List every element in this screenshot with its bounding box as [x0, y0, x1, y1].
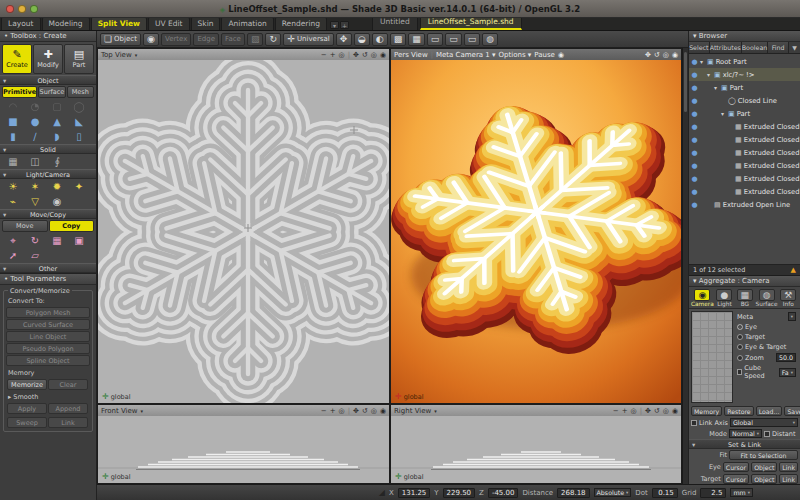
- tree-row-extruded-closed[interactable]: ●▦Extruded Closed: [689, 159, 800, 172]
- browser-header[interactable]: ▾ Browser: [689, 31, 800, 42]
- workspace-tab-modeling[interactable]: Modeling: [42, 17, 90, 30]
- browser-tab-select[interactable]: Select: [689, 42, 710, 53]
- viewport-scrollbar[interactable]: [682, 48, 688, 484]
- shear-icon[interactable]: ▱: [24, 248, 46, 263]
- tree-row-closed-line[interactable]: ●◯Closed Line: [689, 94, 800, 107]
- cube-icon[interactable]: ■: [2, 114, 24, 129]
- move-copy-tab-copy[interactable]: Copy: [49, 220, 95, 232]
- x-value[interactable]: 131.25: [398, 488, 431, 498]
- section-light-camera[interactable]: ▾Light/Camera: [0, 169, 96, 179]
- tube-icon[interactable]: ▯: [68, 129, 90, 144]
- filter-icon[interactable]: ▼: [789, 42, 800, 53]
- eye-cursor-button[interactable]: Cursor: [723, 462, 749, 472]
- eye-object-button[interactable]: Object: [751, 462, 777, 472]
- workspace-tab-skin[interactable]: Skin: [191, 17, 221, 30]
- mode-button-modify[interactable]: ✚Modify: [33, 44, 63, 74]
- visibility-toggle-icon[interactable]: ●: [689, 84, 700, 92]
- shade-sphere-button[interactable]: ◒: [354, 33, 370, 46]
- pers-view-label[interactable]: Pers View: [394, 51, 428, 59]
- zoom-in-icon[interactable]: +: [622, 407, 628, 415]
- scrollbar-handle[interactable]: [684, 52, 687, 112]
- workspace-tab-layout[interactable]: Layout: [1, 17, 41, 30]
- workspace-menu-icon[interactable]: ▾: [330, 21, 339, 29]
- visibility-toggle-icon[interactable]: ●: [689, 110, 700, 118]
- visibility-toggle-icon[interactable]: ●: [689, 201, 700, 209]
- object-tab-mesh[interactable]: Mesh: [67, 86, 94, 98]
- mode-button-create[interactable]: ✎Create: [2, 44, 32, 74]
- stack-icon[interactable]: ▣: [68, 233, 90, 248]
- radio-target[interactable]: [737, 334, 743, 340]
- expand-arrow-icon[interactable]: ▾: [707, 71, 714, 78]
- expand-arrow-icon[interactable]: ▾: [714, 84, 721, 91]
- tree-row-extruded-closed[interactable]: ●▦Extruded Closed: [689, 172, 800, 185]
- cylinder-icon[interactable]: ▮: [2, 129, 24, 144]
- floor-light-icon[interactable]: ⌁: [2, 194, 24, 209]
- visibility-toggle-icon[interactable]: ●: [689, 123, 700, 131]
- mirror-icon[interactable]: ➚: [2, 248, 24, 263]
- pers-camera-select[interactable]: Meta Camera 1 ▾: [436, 51, 496, 59]
- right-view-label[interactable]: Right View: [394, 407, 431, 415]
- dot-value[interactable]: 0.15: [652, 488, 678, 498]
- aggregate-tab-surface[interactable]: ◍Surface: [756, 289, 778, 307]
- aggregate-tab-camera[interactable]: ◉Camera: [691, 289, 714, 307]
- set-link-section[interactable]: ▾Set & Link: [689, 439, 800, 449]
- link-axis-checkbox[interactable]: [691, 420, 697, 426]
- visibility-toggle-icon[interactable]: ●: [689, 149, 700, 157]
- view-menu-icon[interactable]: ▾: [141, 408, 144, 414]
- coordinate-mode-dropdown[interactable]: Absolute▾: [594, 488, 632, 497]
- zoom-tool-icon[interactable]: ◎: [663, 407, 669, 415]
- view-menu-icon[interactable]: ▾: [135, 52, 138, 58]
- pan-icon[interactable]: ✥: [353, 51, 359, 59]
- grid-value[interactable]: 2.5: [700, 488, 726, 498]
- object-tab-surface[interactable]: Surface: [38, 86, 65, 98]
- view-layout-c-button[interactable]: ▭: [464, 33, 481, 46]
- pan-icon[interactable]: ✥: [645, 407, 651, 415]
- camera-view-icon[interactable]: ◉: [672, 51, 678, 59]
- expand-arrow-icon[interactable]: ▾: [700, 58, 707, 65]
- tree-row-extruded-closed[interactable]: ●▦Extruded Closed: [689, 185, 800, 198]
- camera-view-icon[interactable]: ◉: [380, 407, 386, 415]
- magnify-icon[interactable]: ◎: [339, 51, 345, 59]
- magnify-icon[interactable]: ◎: [631, 407, 637, 415]
- visibility-toggle-icon[interactable]: ●: [689, 58, 700, 66]
- pers-pause-button[interactable]: Pause: [534, 51, 555, 59]
- section-move-copy[interactable]: ▾Move/Copy: [0, 209, 96, 219]
- browser-tab-boolean[interactable]: Boolean: [742, 42, 769, 53]
- zoom-value-field[interactable]: 50.0: [776, 353, 796, 362]
- expand-arrow-icon[interactable]: ▾: [721, 110, 728, 117]
- tree-row-extruded-open-line[interactable]: ●▤Extruded Open Line: [689, 198, 800, 211]
- move-copy-tab-move[interactable]: Move: [2, 220, 48, 232]
- render-camera-button[interactable]: ◉: [143, 33, 159, 46]
- workspace-tab-rendering[interactable]: Rendering: [275, 17, 327, 30]
- tree-row-part[interactable]: ●▾▣Part: [689, 107, 800, 120]
- magnify-icon[interactable]: ◎: [339, 407, 345, 415]
- camera-view-icon[interactable]: ◉: [672, 407, 678, 415]
- target-link-button[interactable]: Link: [779, 474, 798, 484]
- aggregate-tab-bg[interactable]: ▦BG: [735, 289, 754, 307]
- pose-tool-button[interactable]: ✥: [336, 33, 352, 46]
- view-layout-b-button[interactable]: ▭: [445, 33, 462, 46]
- zoom-in-icon[interactable]: +: [330, 51, 336, 59]
- object-tab-primitive[interactable]: Primitive: [2, 86, 37, 98]
- disc-icon[interactable]: ◗: [46, 129, 68, 144]
- zoom-tool-icon[interactable]: ◎: [371, 51, 377, 59]
- target-cursor-button[interactable]: Cursor: [723, 474, 749, 484]
- tool-parameters-header[interactable]: • Tool Parameters: [0, 274, 96, 285]
- universal-manipulator-button[interactable]: ✛Universal: [283, 33, 333, 46]
- zoom-out-icon[interactable]: −: [321, 51, 327, 59]
- resize-corner[interactable]: ◢: [97, 488, 385, 497]
- aggregate-tab-light[interactable]: ●Light: [715, 289, 734, 307]
- browser-tab-find[interactable]: Find: [768, 42, 789, 53]
- z-value[interactable]: -45.00: [488, 488, 519, 498]
- close-window-button[interactable]: [6, 5, 14, 13]
- distant-checkbox[interactable]: [764, 431, 770, 437]
- unit-dropdown[interactable]: mm▾: [730, 488, 753, 497]
- visibility-toggle-icon[interactable]: ●: [689, 175, 700, 183]
- visibility-toggle-icon[interactable]: ●: [689, 188, 700, 196]
- preview-sphere-button[interactable]: ◍: [482, 33, 498, 46]
- sun-light-icon[interactable]: ☀: [2, 179, 24, 194]
- pan-icon[interactable]: ✥: [645, 51, 651, 59]
- area-light-icon[interactable]: ▽: [24, 194, 46, 209]
- line-icon[interactable]: ∕: [24, 129, 46, 144]
- visibility-toggle-icon[interactable]: ●: [689, 71, 700, 79]
